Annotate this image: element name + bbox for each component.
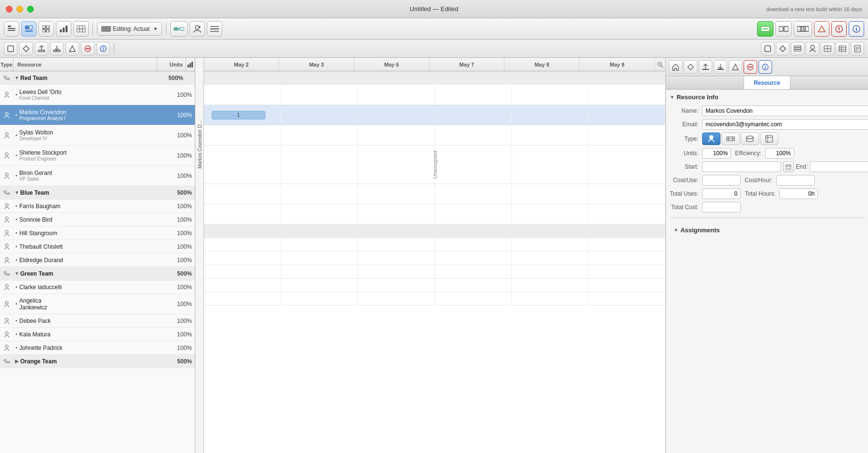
group-row-green-team[interactable]: ▼ Green Team 500%	[0, 267, 195, 280]
rpanel-grid-icon[interactable]	[821, 42, 834, 55]
resource-view-btn[interactable]	[21, 21, 37, 37]
warning-btn[interactable]	[831, 21, 847, 37]
group-row-blue-team[interactable]: ▼ Blue Team 500%	[0, 186, 195, 200]
gantt-cell	[512, 204, 589, 224]
svg-point-70	[5, 92, 8, 95]
debee-bullet: •	[14, 318, 19, 323]
info-btn[interactable]	[849, 21, 864, 37]
total-uses-input[interactable]	[702, 188, 741, 199]
lewes-subtitle: Food Chemist	[19, 95, 166, 101]
list-item[interactable]: • Sylas Wolton Developer IV 100%	[0, 125, 195, 146]
list-item[interactable]: • Sonnnie Bird 100%	[0, 213, 195, 226]
assignments-collapse[interactable]: ▼	[674, 227, 678, 233]
expand-red-team[interactable]: ▼	[14, 75, 20, 80]
close-button[interactable]	[6, 6, 13, 13]
divider-1	[670, 217, 864, 218]
gantt-cell	[358, 105, 435, 125]
rpanel-script-icon[interactable]	[851, 42, 864, 55]
link-btn[interactable]	[170, 21, 188, 37]
list-item[interactable]: • Eldredge Durand 100%	[0, 253, 195, 267]
expand-blue-team[interactable]: ▼	[14, 190, 20, 195]
list-view-btn[interactable]	[4, 21, 19, 37]
format-btn-upload[interactable]	[35, 42, 48, 55]
gantt-cell	[435, 204, 512, 224]
list-item[interactable]: • Debee Pack 100%	[0, 314, 195, 328]
zoom-ctrl[interactable]	[655, 58, 665, 71]
svg-rect-63	[188, 65, 189, 67]
format-btn-diamond[interactable]	[19, 42, 33, 55]
start-input[interactable]	[702, 161, 781, 172]
gantt-cell-may2: 1	[204, 105, 281, 125]
compare-btn[interactable]	[775, 21, 792, 37]
gantt-cell	[589, 125, 666, 145]
expand-green-team[interactable]: ▼	[14, 271, 20, 276]
rpanel-square-icon[interactable]	[761, 42, 774, 55]
rpanel-up-arrow-btn[interactable]	[699, 60, 712, 74]
chart-view-btn[interactable]	[56, 21, 71, 37]
list-item[interactable]: • Farris Baugham 100%	[0, 200, 195, 213]
rpanel-house-btn[interactable]	[669, 60, 682, 74]
gantt-bar[interactable]: 1	[212, 111, 265, 120]
type-btn-person[interactable]	[702, 133, 720, 145]
rpanel-stop-btn[interactable]	[744, 60, 757, 74]
start-cal-btn[interactable]	[783, 161, 794, 172]
list-item[interactable]: • Angelica Jankiewicz 100%	[0, 294, 195, 314]
gantt-cell	[281, 204, 358, 224]
type-btn-cost[interactable]	[760, 133, 778, 145]
editing-dropdown[interactable]: Editing: Actual ▼	[97, 22, 162, 36]
map-view-btn[interactable]	[73, 21, 89, 37]
type-btn-equipment[interactable]	[721, 133, 740, 145]
grid-view-btn[interactable]	[39, 21, 54, 37]
list-item[interactable]: • Shirlene Stockport Product Engineer 10…	[0, 146, 195, 166]
format-btn-info[interactable]	[96, 42, 110, 55]
email-input[interactable]	[702, 119, 868, 130]
total-cost-input[interactable]	[702, 202, 741, 213]
format-btn-square[interactable]	[4, 42, 17, 55]
split-btn[interactable]	[794, 21, 812, 37]
format-btn-download[interactable]	[50, 42, 64, 55]
eldredge-units: 100%	[166, 257, 195, 264]
baseline-btn[interactable]	[757, 21, 773, 37]
expand-orange-team[interactable]: ▶	[14, 359, 20, 364]
flatten-btn[interactable]	[207, 21, 222, 37]
rpanel-diamond-icon[interactable]	[776, 42, 789, 55]
list-item[interactable]: • Thebault Chislett 100%	[0, 240, 195, 253]
triangle-btn[interactable]	[814, 21, 829, 37]
maximize-button[interactable]	[27, 6, 34, 13]
rpanel-info-btn[interactable]	[759, 60, 772, 74]
group-row-red-team[interactable]: ▼ Red Team 500%	[0, 71, 195, 85]
gantt-cell	[358, 225, 435, 238]
format-btn-stop[interactable]	[81, 42, 95, 55]
minimize-button[interactable]	[16, 6, 23, 13]
rpanel-triangle-btn[interactable]	[729, 60, 742, 74]
green-team-units: 500%	[166, 270, 195, 277]
efficiency-input[interactable]	[765, 148, 794, 159]
cost-hour-input[interactable]	[776, 175, 815, 186]
list-item[interactable]: • Kala Matura 100%	[0, 328, 195, 341]
type-btn-material[interactable]	[741, 133, 759, 145]
resource-tab[interactable]: Resource	[744, 76, 790, 89]
rpanel-diamond-btn[interactable]	[684, 60, 697, 74]
list-item[interactable]: • Hill Stangroom 100%	[0, 226, 195, 240]
name-input[interactable]	[702, 106, 868, 116]
rpanel-table-icon[interactable]	[836, 42, 849, 55]
group-row-orange-team[interactable]: ▶ Orange Team 500%	[0, 355, 195, 368]
end-input[interactable]	[810, 161, 868, 172]
cost-use-input[interactable]	[702, 175, 741, 186]
list-item[interactable]: • Biron Gerant VP Sales 100%	[0, 166, 195, 186]
assign-btn[interactable]	[190, 21, 205, 37]
rpanel-person-icon[interactable]	[806, 42, 819, 55]
resource-info-collapse[interactable]: ▼	[670, 94, 675, 100]
rpanel-down-arrow-btn[interactable]	[714, 60, 727, 74]
list-item[interactable]: • Markos Covendon Programmer Analyst I 1…	[0, 105, 195, 125]
rpanel-stack-icon[interactable]	[791, 42, 804, 55]
svg-rect-11	[63, 27, 65, 32]
list-item[interactable]: • Lewes Dell 'Orto Food Chemist 100%	[0, 85, 195, 105]
format-btn-triangle[interactable]	[66, 42, 79, 55]
list-item[interactable]: • Clarke Iaduccelli 100%	[0, 280, 195, 294]
gantt-cell	[512, 225, 589, 238]
total-hours-input[interactable]	[779, 188, 818, 199]
totals-row: Total Hours:	[702, 188, 868, 199]
list-item[interactable]: • Johnette Padrick 100%	[0, 341, 195, 355]
units-input[interactable]	[702, 148, 731, 159]
